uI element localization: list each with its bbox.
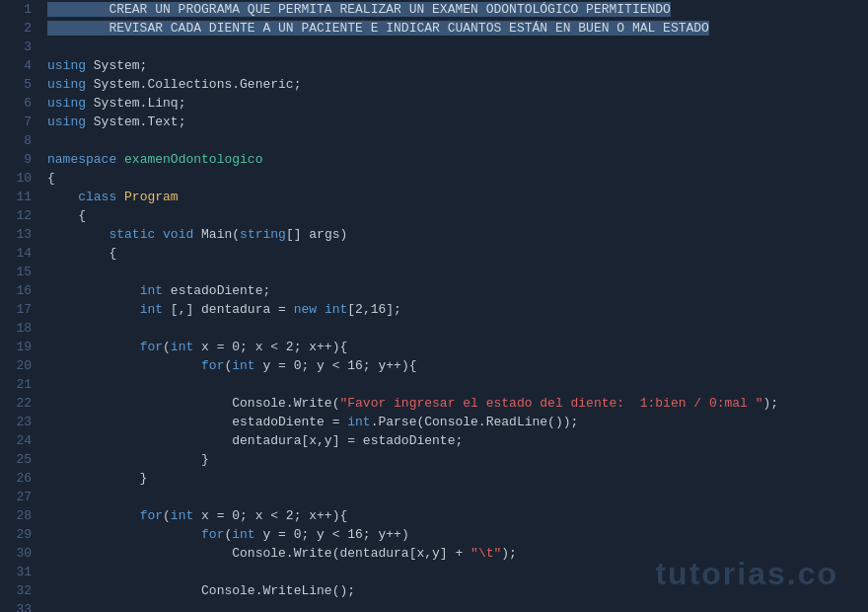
code-line [47, 131, 868, 150]
token [47, 283, 140, 298]
code-line: int [,] dentadura = new int[2,16]; [47, 300, 868, 319]
line-number: 30 [8, 544, 32, 563]
line-number: 10 [8, 169, 32, 188]
token: int [171, 508, 193, 523]
token [47, 227, 108, 242]
code-line [47, 319, 868, 338]
line-number: 23 [8, 413, 32, 431]
line-number: 7 [8, 113, 32, 131]
token: int [232, 527, 254, 542]
line-number: 16 [8, 281, 32, 300]
token: class [78, 190, 116, 204]
token: [,] dentadura = [163, 302, 294, 317]
token: for [201, 527, 224, 542]
token: { [47, 246, 116, 261]
line-number: 4 [8, 56, 32, 75]
token: [2,16]; [347, 302, 401, 317]
code-line: for(int x = 0; x < 2; x++){ [47, 338, 868, 356]
code-line: } [47, 450, 868, 469]
code-line: Console.WriteLine(); [47, 581, 868, 600]
token: using [47, 58, 86, 73]
token: for [201, 358, 224, 373]
token: Console.WriteLine(); [47, 583, 355, 598]
code-line: int estadoDiente; [47, 281, 868, 300]
token: Program [124, 190, 179, 204]
line-number: 31 [8, 563, 32, 581]
code-line: using System; [47, 56, 868, 75]
line-number: 29 [8, 525, 32, 544]
code-line [47, 488, 868, 506]
code-line: using System.Collections.Generic; [47, 75, 868, 94]
code-content: CREAR UN PROGRAMA QUE PERMITA REALIZAR U… [39, 0, 868, 612]
token [47, 190, 78, 204]
line-number: 22 [8, 394, 32, 413]
token: [] args) [286, 227, 347, 242]
token: ( [163, 340, 171, 354]
token: } [47, 471, 147, 486]
line-number: 19 [8, 338, 32, 356]
code-line: REVISAR CADA DIENTE A UN PACIENTE E INDI… [47, 19, 868, 38]
code-line: CREAR UN PROGRAMA QUE PERMITA REALIZAR U… [47, 0, 868, 19]
token: estadoDiente; [163, 283, 270, 298]
code-line: dentadura[x,y] = estadoDiente; [47, 431, 868, 450]
token [116, 152, 124, 167]
line-number: 24 [8, 431, 32, 450]
token: y = 0; y < 16; y++){ [255, 358, 417, 373]
token [47, 508, 140, 523]
token: using [47, 115, 86, 129]
line-number: 20 [8, 356, 32, 375]
line-number: 15 [8, 263, 32, 281]
token: x = 0; x < 2; x++){ [193, 340, 347, 354]
token: y = 0; y < 16; y++) [255, 527, 409, 542]
line-number: 17 [8, 300, 32, 319]
line-number: 12 [8, 206, 32, 225]
code-line [47, 263, 868, 281]
token: Main( [193, 227, 240, 242]
line-number: 3 [8, 38, 32, 56]
code-line: using System.Text; [47, 113, 868, 131]
code-line: { [47, 206, 868, 225]
line-number: 1 [8, 0, 32, 19]
token: int [140, 302, 163, 317]
code-line: } [47, 469, 868, 488]
token: ); [763, 396, 779, 411]
code-line: Console.Write("Favor ingresar el estado … [47, 394, 868, 413]
code-line: Console.Write(dentadura[x,y] + "\t"); [47, 544, 868, 563]
token: void [163, 227, 193, 242]
token: .Parse(Console.ReadLine()); [371, 415, 579, 429]
token [47, 358, 201, 373]
token: namespace [47, 152, 116, 167]
code-line: for(int y = 0; y < 16; y++){ [47, 356, 868, 375]
line-number: 18 [8, 319, 32, 338]
token: System.Collections.Generic; [86, 77, 301, 92]
line-number: 5 [8, 75, 32, 94]
line-number: 2 [8, 19, 32, 38]
token: string [240, 227, 286, 242]
line-number: 32 [8, 581, 32, 600]
line-number: 9 [8, 150, 32, 169]
line-number: 14 [8, 244, 32, 263]
code-area: 1234567891011121314151617181920212223242… [0, 0, 868, 612]
token: int [232, 358, 254, 373]
line-number: 25 [8, 450, 32, 469]
token: ); [501, 546, 517, 561]
token: using [47, 77, 86, 92]
code-line: using System.Linq; [47, 94, 868, 113]
line-number: 27 [8, 488, 32, 506]
token: int [171, 340, 193, 354]
line-number: 6 [8, 94, 32, 113]
token: Console.Write( [47, 396, 339, 411]
line-number: 33 [8, 600, 32, 612]
code-line: { [47, 244, 868, 263]
code-line: namespace examenOdontologico [47, 150, 868, 169]
code-line: for(int x = 0; x < 2; x++){ [47, 506, 868, 525]
token: Console.Write(dentadura[x,y] + [47, 546, 470, 561]
token: "Favor ingresar el estado del diente: 1:… [339, 396, 762, 411]
token: int [140, 283, 163, 298]
token: System.Text; [86, 115, 185, 129]
token: ( [163, 508, 171, 523]
token: int [347, 415, 370, 429]
token [47, 340, 140, 354]
token: } [47, 452, 209, 467]
code-line [47, 563, 868, 581]
